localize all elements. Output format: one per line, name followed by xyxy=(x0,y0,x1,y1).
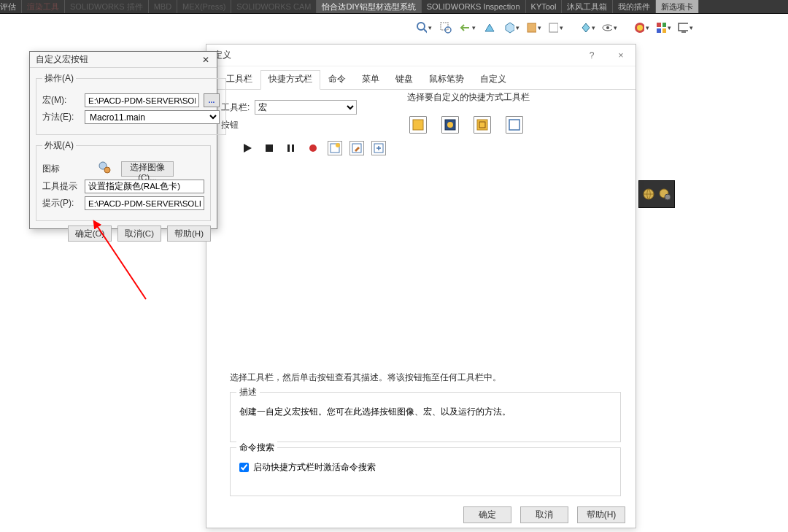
close-button[interactable]: × xyxy=(606,45,636,66)
prompt-input[interactable] xyxy=(85,196,204,210)
tab-sw-addins[interactable]: SOLIDWORKS 插件 xyxy=(65,0,149,13)
icon-label: 图标 xyxy=(42,163,80,175)
svg-rect-4 xyxy=(528,23,536,32)
tab-sw-cam[interactable]: SOLIDWORKS CAM xyxy=(231,0,317,13)
svg-rect-24 xyxy=(509,120,519,130)
customize-dialog-title: 定义 xyxy=(206,49,577,61)
svg-rect-25 xyxy=(266,144,273,152)
svg-point-0 xyxy=(417,23,425,30)
macro-side-toolbar[interactable] xyxy=(638,180,675,208)
tab-kytool[interactable]: KYTool xyxy=(526,0,563,13)
description-group: 描述 创建一自定义宏按钮。您可在此选择按钮图像、宏、以及运行的方法。 xyxy=(230,392,621,442)
tab-my-addin[interactable]: 我的插件 xyxy=(613,0,656,13)
description-text: 创建一自定义宏按钮。您可在此选择按钮图像、宏、以及运行的方法。 xyxy=(239,406,611,418)
custom-macro-button-dialog: 自定义宏按钮 ✕ 操作(A) 宏(M): ... 方法(E): Macro11.… xyxy=(29,51,217,229)
macro-dialog-footer: 确定(O) 取消(C) 帮助(H) xyxy=(30,225,217,244)
svg-rect-10 xyxy=(657,23,661,27)
macro-dialog-titlebar[interactable]: 自定义宏按钮 ✕ xyxy=(30,52,217,68)
svg-rect-19 xyxy=(413,120,423,130)
customize-dialog-titlebar[interactable]: 定义 ? × xyxy=(206,45,636,66)
svg-rect-14 xyxy=(679,23,688,31)
cancel-button[interactable]: 取消 xyxy=(520,506,568,523)
macro-custom-button-icon[interactable] xyxy=(371,141,386,155)
tooltip-label: 工具提示 xyxy=(42,180,80,193)
description-legend: 描述 xyxy=(236,386,260,398)
tab-new-tab[interactable]: 新选项卡 xyxy=(656,0,699,13)
tab-mex[interactable]: MEX(Press) xyxy=(177,0,231,13)
tab-shortcut-bar[interactable]: 快捷方式栏 xyxy=(260,70,320,90)
customize-dialog-footer: 确定 取消 帮助(H) xyxy=(463,506,625,523)
shortcut-icon-1[interactable] xyxy=(409,116,427,134)
view-orientation-icon[interactable] xyxy=(503,20,519,36)
zoom-area-icon[interactable] xyxy=(438,20,454,36)
help-button-2[interactable]: 帮助(H) xyxy=(577,506,625,523)
macro-new-icon[interactable] xyxy=(328,141,342,155)
svg-point-7 xyxy=(606,26,609,29)
choose-image-button[interactable]: 选择图像(C)... xyxy=(121,161,174,177)
tab-evaluate[interactable]: 评估 xyxy=(0,0,22,13)
macro-run-icon[interactable] xyxy=(240,141,255,155)
svg-point-21 xyxy=(447,122,453,128)
close-icon[interactable]: ✕ xyxy=(199,55,212,65)
view-settings-icon[interactable] xyxy=(655,20,671,36)
eye-icon[interactable] xyxy=(601,20,617,36)
svg-rect-12 xyxy=(657,28,661,33)
toolbar-select[interactable]: 宏 xyxy=(255,100,357,115)
globe-new-icon[interactable] xyxy=(642,188,655,201)
activate-search-checkbox-row[interactable]: 启动快捷方式栏时激活命令搜索 xyxy=(239,461,611,474)
globe-gear-icon[interactable] xyxy=(658,188,671,201)
drag-instruction: 选择工具栏，然后单击按钮查看其描述。将该按钮拖至任何工具栏中。 xyxy=(230,371,501,384)
tab-keyboard[interactable]: 键盘 xyxy=(387,70,421,90)
tab-yiheda[interactable]: 怡合达DIY铝型材选型系统 xyxy=(317,0,421,13)
method-label: 方法(E): xyxy=(42,111,80,123)
apply-scene-icon[interactable] xyxy=(633,20,649,36)
macro-help-button[interactable]: 帮助(H) xyxy=(167,225,211,242)
macro-pause-icon[interactable] xyxy=(284,141,298,155)
tab-menus[interactable]: 菜单 xyxy=(354,70,387,90)
method-select[interactable]: Macro11.main xyxy=(85,110,220,124)
previous-view-icon[interactable] xyxy=(460,20,476,36)
shortcut-hint: 选择要自定义的快捷方式工具栏 xyxy=(407,91,530,104)
edit-appearance-icon[interactable] xyxy=(579,20,595,36)
command-search-legend: 命令搜索 xyxy=(236,442,277,454)
macro-edit-icon[interactable] xyxy=(349,141,364,155)
svg-point-28 xyxy=(309,144,317,152)
macro-path-label: 宏(M): xyxy=(42,94,80,107)
browse-button[interactable]: ... xyxy=(204,93,220,107)
command-manager-tabs[interactable]: 评估 渲染工具 SOLIDWORKS 插件 MBD MEX(Press) SOL… xyxy=(0,0,788,14)
macro-record-icon[interactable] xyxy=(306,141,320,155)
viewport-icon[interactable] xyxy=(677,20,693,36)
macro-stop-icon[interactable] xyxy=(262,141,277,155)
tab-mbd[interactable]: MBD xyxy=(149,0,177,13)
ok-button[interactable]: 确定 xyxy=(463,506,511,523)
tab-mufeng[interactable]: 沐风工具箱 xyxy=(562,0,613,13)
macro-cancel-button[interactable]: 取消(C) xyxy=(117,225,161,242)
macro-icon-preview xyxy=(98,161,114,177)
customize-tabs: 工具栏 快捷方式栏 命令 菜单 键盘 鼠标笔势 自定义 xyxy=(206,66,636,90)
macro-ok-button[interactable]: 确定(O) xyxy=(68,225,112,242)
svg-point-9 xyxy=(637,25,643,31)
shortcut-icon-4[interactable] xyxy=(506,116,523,134)
tab-mouse-gestures[interactable]: 鼠标笔势 xyxy=(421,70,472,90)
zoom-to-fit-icon[interactable] xyxy=(416,20,432,36)
shortcut-icon-2[interactable] xyxy=(441,116,459,134)
svg-rect-13 xyxy=(663,28,666,33)
hide-show-icon[interactable] xyxy=(547,20,563,36)
tab-sw-inspection[interactable]: SOLIDWORKS Inspection xyxy=(422,0,526,13)
section-view-icon[interactable] xyxy=(482,20,498,36)
activate-search-checkbox[interactable] xyxy=(239,463,249,472)
help-button[interactable]: ? xyxy=(577,45,606,66)
tab-customization[interactable]: 自定义 xyxy=(472,70,514,90)
svg-point-34 xyxy=(104,167,110,173)
shortcut-icon-3[interactable] xyxy=(474,116,491,134)
svg-point-30 xyxy=(336,143,340,147)
tab-commands[interactable]: 命令 xyxy=(320,70,354,90)
command-search-group: 命令搜索 启动快捷方式栏时激活命令搜索 xyxy=(230,447,621,496)
macro-button-palette xyxy=(240,141,386,155)
tooltip-input[interactable] xyxy=(85,180,204,193)
button-preview-area xyxy=(230,161,405,366)
display-style-icon[interactable] xyxy=(525,20,541,36)
appearance-legend: 外观(A) xyxy=(42,139,76,152)
macro-path-input[interactable] xyxy=(85,93,199,107)
tab-render-tools[interactable]: 渲染工具 xyxy=(22,0,65,13)
